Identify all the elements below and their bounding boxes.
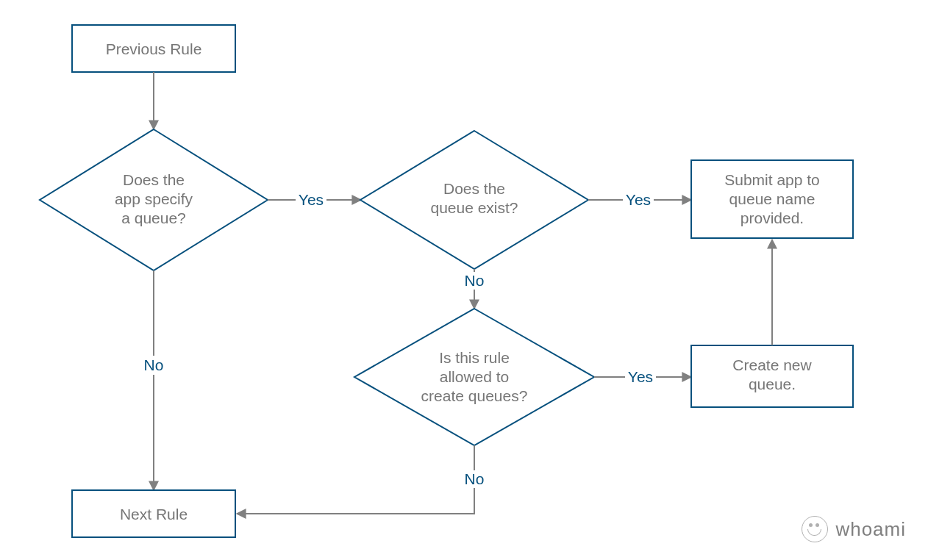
svg-text:Yes: Yes: [299, 191, 324, 208]
node-submit-l2: queue name: [729, 190, 815, 207]
edge-d2-yes-label: Yes: [626, 191, 651, 208]
node-d3-l1: Is this rule: [439, 349, 510, 366]
edge-d3-no-label: No: [465, 470, 485, 487]
node-next-rule-label: Next Rule: [120, 506, 188, 523]
watermark: whoami: [802, 516, 906, 542]
node-d1-l2: app specify: [115, 190, 193, 207]
edge-d2-no-label: No: [465, 272, 485, 289]
node-submit-l3: provided.: [740, 209, 804, 226]
node-submit-app: Submit app to queue name provided.: [691, 160, 853, 238]
node-create-queue: Create new queue.: [691, 345, 853, 407]
edge-d3-no: No: [237, 445, 488, 514]
node-d3-l3: create queues?: [421, 387, 528, 404]
node-create-l2: queue.: [749, 376, 796, 392]
edge-d1-no: No: [140, 270, 168, 490]
node-d2-l2: queue exist?: [430, 199, 518, 216]
edge-d3-yes: Yes: [594, 367, 691, 387]
edge-d2-no: No: [462, 269, 487, 309]
node-next-rule: Next Rule: [72, 490, 235, 537]
node-d3-l2: allowed to: [440, 368, 510, 385]
node-create-l1: Create new: [732, 356, 812, 373]
edge-d1-no-label: No: [144, 356, 164, 373]
node-decision-queue-exist: Does the queue exist?: [360, 131, 588, 269]
node-decision-rule-allowed: Is this rule allowed to create queues?: [354, 309, 594, 445]
node-previous-rule-label: Previous Rule: [106, 40, 202, 57]
node-submit-l1: Submit app to: [724, 171, 820, 188]
edge-d2-yes: Yes: [588, 190, 691, 209]
node-d1-l3: a queue?: [121, 209, 186, 226]
edge-d3-yes-label: Yes: [628, 368, 653, 385]
wechat-icon: [802, 516, 828, 542]
node-decision-app-specify: Does the app specify a queue?: [40, 129, 268, 270]
flowchart-canvas: Previous Rule Does the app specify a que…: [0, 0, 928, 560]
edge-d1-yes: Yes Yes: [268, 190, 361, 209]
node-d2-l1: Does the: [443, 180, 505, 197]
watermark-text: whoami: [835, 518, 906, 541]
node-previous-rule: Previous Rule: [72, 25, 235, 72]
node-d1-l1: Does the: [123, 171, 185, 188]
